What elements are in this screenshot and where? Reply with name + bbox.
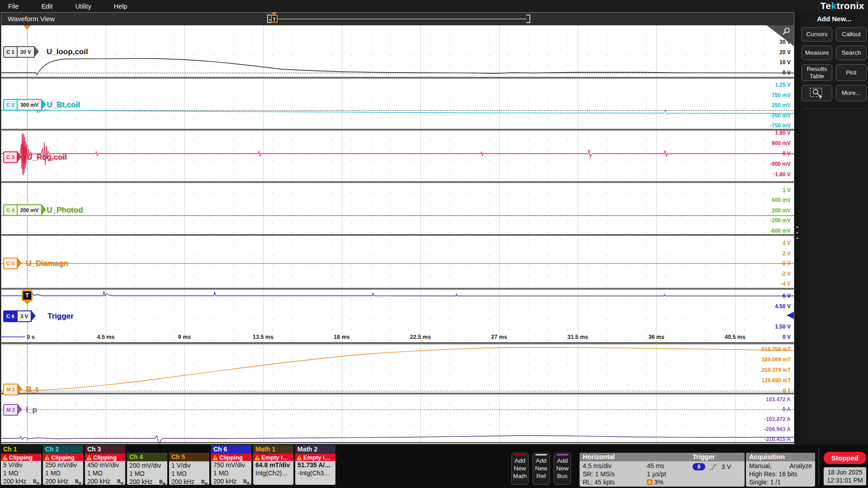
add-new-bus-button[interactable]: AddNewBus xyxy=(554,453,571,485)
channel-badge-c3[interactable]: C 3 xyxy=(3,151,18,163)
channel-settings-title: Ch 4 xyxy=(127,453,167,461)
menu-item-edit[interactable]: Edit xyxy=(39,3,54,10)
add-new-ref-button[interactable]: AddNewRef xyxy=(533,453,550,485)
channel-settings-row: 1 MΩ xyxy=(169,469,209,478)
warning-icon xyxy=(297,455,302,460)
button-label-line: Add xyxy=(536,457,547,465)
channel-settings-row: 51.735 A/… xyxy=(295,461,335,469)
channel-badge-c4[interactable]: C 4200 mV xyxy=(3,204,42,216)
trigger-position-indicator[interactable]: T xyxy=(271,15,278,23)
channel-settings-badge-ch5[interactable]: Ch 51 V/div1 MΩ200 kHzBW xyxy=(169,453,209,485)
menu-bar: FileEditUtilityHelp Tektronix xyxy=(0,0,868,12)
drag-grip-icon xyxy=(796,225,798,241)
channel-settings-badge-math2[interactable]: Math 2Empty i…51.735 A/…-Intg(Ch3… xyxy=(295,445,335,485)
trigger-level-arrow[interactable] xyxy=(787,312,794,319)
time-axis-label: 18 ms xyxy=(334,333,349,341)
warning-text: Clipping xyxy=(9,454,33,461)
channel-badge-m1[interactable]: M 1 xyxy=(3,384,18,395)
channel-settings-badge-ch4[interactable]: Ch 4200 mV/div1 MΩ200 kHzBW xyxy=(127,453,167,485)
horizontal-pane[interactable]: Horizontal 4.5 ms/div45 ms SR: 1 MS/s1 μ… xyxy=(580,453,691,487)
channel-settings-row: 200 kHzBW xyxy=(127,478,167,485)
channel-settings-row: 1 MΩ xyxy=(211,469,251,477)
add-plot-button[interactable]: Plot xyxy=(836,64,867,81)
horizontal-pane-title: Horizontal xyxy=(580,453,691,461)
panel-divider[interactable] xyxy=(794,12,800,444)
channel-settings-row: 1 MΩ xyxy=(127,469,167,478)
add-search-button[interactable]: Search xyxy=(836,46,867,60)
warning-icon xyxy=(2,455,8,460)
acquisition-mode: Manual, xyxy=(749,462,772,470)
channel-settings-badge-ch2[interactable]: Ch 2Clipping250 mV/div1 MΩ200 kHzBW xyxy=(43,445,83,485)
channel-settings-badge-ch6[interactable]: Ch 6Clipping750 mV/div1 MΩ200 kHzBW xyxy=(211,445,251,485)
horizontal-span: 45 ms xyxy=(647,462,688,470)
add-new-strip: AddNewMathAddNewRefAddNewBus xyxy=(511,453,571,485)
waveform-view: Waveform View T T 30 V20 V10 V0 V1.25 V7… xyxy=(1,12,794,444)
button-accent-stripe xyxy=(514,454,526,455)
time-axis-label: 40.5 ms xyxy=(725,333,745,341)
channel-label-c1: U_loop,coil xyxy=(47,47,88,56)
add-measure-button[interactable]: Measure xyxy=(802,46,832,60)
channel-settings-row: 750 mV/div xyxy=(211,461,251,469)
channel-label-c4: U_Photod xyxy=(47,206,83,215)
menu-item-file[interactable]: File xyxy=(6,3,20,10)
add-new-button-grid: CursorsCalloutMeasureSearchResults Table… xyxy=(800,27,868,81)
run-stop-button[interactable]: Stopped xyxy=(824,452,866,464)
button-accent-stripe xyxy=(557,454,568,455)
trigger-position-marker-icon[interactable] xyxy=(24,25,31,30)
channel-badge-c6[interactable]: C 63 V xyxy=(3,310,32,322)
channel-badge-c2[interactable]: C 2300 mV xyxy=(3,99,42,111)
channel-badge-c5[interactable]: C 5 xyxy=(3,258,18,269)
channel-settings-row: 200 kHzBW xyxy=(211,477,251,485)
channel-settings-row: 64.8 mT/div xyxy=(253,461,293,469)
acquisition-pane[interactable]: Acquisition Manual,Analyze High Res: 16 … xyxy=(746,453,815,487)
channel-settings-badge-math1[interactable]: Math 1Empty i…64.8 mT/divIntg(Ch2)… xyxy=(253,445,293,485)
channel-settings-badge-ch1[interactable]: Ch 1Clipping5 V/div1 MΩ200 kHzBW xyxy=(1,445,41,485)
acquisition-pane-title: Acquisition xyxy=(746,453,815,461)
channel-badge-m2[interactable]: M 2 xyxy=(3,404,18,416)
bottom-bar: Ch 1Clipping5 V/div1 MΩ200 kHzBWCh 2Clip… xyxy=(0,445,868,488)
channel-settings-title: Math 2 xyxy=(295,445,335,454)
menu-item-utility[interactable]: Utility xyxy=(73,3,93,10)
trigger-marker-arrow-icon xyxy=(24,301,30,305)
trigger-marker-icon[interactable]: T xyxy=(22,290,33,301)
add-callout-button[interactable]: Callout xyxy=(836,27,867,42)
trigger-small-icon: T xyxy=(647,479,652,485)
clipping-warning: Clipping xyxy=(1,454,41,461)
add-new-math-button[interactable]: AddNewMath xyxy=(511,453,528,485)
trace-m1 xyxy=(1,347,794,391)
clipping-warning: Clipping xyxy=(211,454,251,461)
clipping-warning: Empty i… xyxy=(253,454,293,461)
more-button[interactable]: More... xyxy=(836,85,867,101)
warning-text: Clipping xyxy=(219,454,243,461)
waveform-view-titlebar[interactable]: Waveform View T xyxy=(1,13,794,25)
channel-badge-scale: 3 V xyxy=(17,311,31,321)
rising-edge-icon xyxy=(709,464,718,470)
warning-text: Clipping xyxy=(51,454,75,461)
channel-settings-row: 200 kHzBW xyxy=(85,477,125,485)
bandwidth-icon: BW xyxy=(75,478,81,485)
zoom-mode-button[interactable] xyxy=(802,85,832,101)
channel-label-c5: U_Diamagn xyxy=(26,259,68,268)
channel-settings-badge-ch3[interactable]: Ch 3Clipping450 mV/div1 MΩ200 kHzBW xyxy=(85,445,125,485)
menu-item-help[interactable]: Help xyxy=(112,3,129,10)
channel-badge-id: C 4 xyxy=(4,205,17,215)
add-new-header: Add New... xyxy=(800,15,868,23)
channel-settings-row: 200 kHzBW xyxy=(1,477,41,485)
add-results-table-button[interactable]: Results Table xyxy=(802,64,832,81)
sample-interval: 1 μs/pt xyxy=(647,470,688,478)
button-label-line: Bus xyxy=(557,473,567,480)
channel-label-c3: U_Rog,coil xyxy=(27,153,67,162)
waveform-plot[interactable]: T 30 V20 V10 V0 V1.25 V750 mV250 mV-250 … xyxy=(1,25,794,444)
record-view-bar[interactable]: T xyxy=(267,14,530,24)
waveform-view-title: Waveform View xyxy=(8,15,55,23)
panel-section-divider xyxy=(803,108,865,109)
trigger-pane[interactable]: Trigger 6 3 V xyxy=(689,453,745,487)
channel-badge-c1[interactable]: C 120 V xyxy=(3,46,35,58)
trace-c2 xyxy=(1,107,794,114)
add-cursors-button[interactable]: Cursors xyxy=(802,27,832,42)
channel-badge-id: C 1 xyxy=(4,47,17,57)
horizontal-scale: 4.5 ms/div xyxy=(583,462,612,470)
channel-settings-row: -Intg(Ch3… xyxy=(295,469,335,477)
channel-settings-row: 200 kHzBW xyxy=(169,478,209,485)
statusbar-divider xyxy=(818,448,819,485)
